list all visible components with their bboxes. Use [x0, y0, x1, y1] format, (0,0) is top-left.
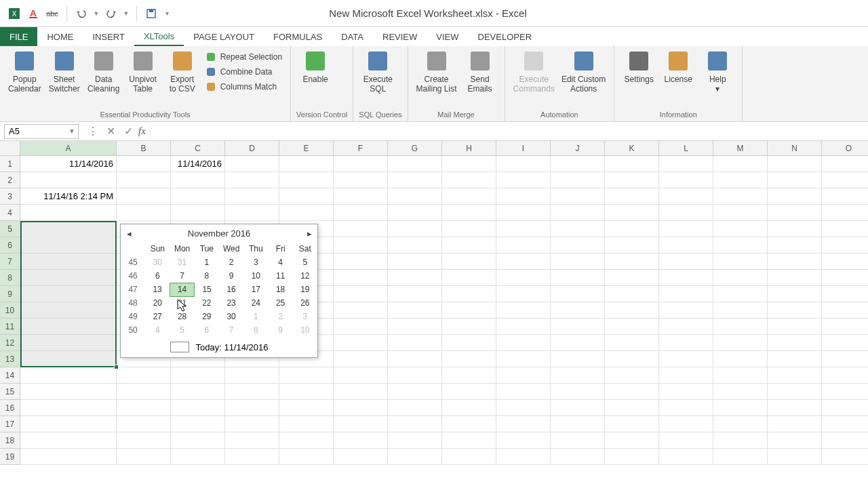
row-header[interactable]: 9 [0, 286, 20, 302]
cell[interactable] [551, 367, 605, 384]
cell[interactable] [605, 156, 659, 172]
calendar-day[interactable]: 6 [145, 269, 170, 283]
row-header[interactable]: 17 [0, 416, 20, 432]
calendar-day[interactable]: 7 [170, 269, 195, 283]
dots-icon[interactable]: ⋮ [85, 124, 100, 139]
calendar-day[interactable]: 5 [293, 256, 317, 269]
cell[interactable] [551, 335, 605, 351]
cell[interactable] [496, 237, 551, 253]
calendar-day[interactable]: 4 [269, 256, 293, 269]
tab-home[interactable]: HOME [37, 27, 83, 46]
cell[interactable]: 11/14/16 2:14 PM [20, 188, 117, 205]
cell[interactable] [496, 335, 551, 351]
calendar-day[interactable]: 1 [195, 256, 219, 269]
cell[interactable] [659, 449, 713, 465]
cell[interactable] [225, 449, 279, 465]
cell[interactable]: 11/14/2016 [20, 156, 117, 172]
cell[interactable] [768, 270, 822, 286]
cell[interactable] [822, 286, 868, 302]
cell[interactable] [822, 367, 868, 384]
select-all-corner[interactable] [0, 141, 20, 156]
cell[interactable] [659, 400, 713, 416]
cell[interactable] [713, 221, 768, 237]
cell[interactable] [822, 319, 868, 335]
cell[interactable] [388, 335, 442, 351]
cell[interactable] [768, 351, 822, 367]
cell[interactable] [605, 286, 659, 302]
calendar-day[interactable]: 29 [195, 310, 219, 323]
cell[interactable] [605, 270, 659, 286]
cell[interactable] [334, 270, 388, 286]
cell[interactable] [388, 400, 442, 416]
cell[interactable] [334, 172, 388, 188]
cell[interactable] [20, 270, 117, 286]
cell[interactable] [496, 188, 551, 205]
row-header[interactable]: 8 [0, 270, 20, 286]
cell[interactable] [20, 205, 117, 221]
cell[interactable] [20, 384, 117, 400]
cell[interactable] [551, 205, 605, 221]
cell[interactable] [605, 302, 659, 319]
column-header[interactable]: B [117, 141, 171, 156]
cell[interactable] [768, 335, 822, 351]
cell[interactable] [822, 172, 868, 188]
cell[interactable] [496, 286, 551, 302]
cell[interactable] [334, 253, 388, 270]
cell[interactable] [496, 270, 551, 286]
calendar-day[interactable]: 22 [195, 296, 219, 310]
cell[interactable] [713, 253, 768, 270]
create-mailing-list-button[interactable]: CreateMailing List [414, 49, 460, 96]
cell[interactable] [388, 156, 442, 172]
cell[interactable] [334, 205, 388, 221]
cell[interactable] [768, 253, 822, 270]
cell[interactable] [768, 400, 822, 416]
cell[interactable] [659, 351, 713, 367]
cell[interactable] [442, 221, 496, 237]
cell[interactable] [605, 172, 659, 188]
cell[interactable] [822, 351, 868, 367]
column-header[interactable]: C [171, 141, 225, 156]
cell[interactable] [551, 172, 605, 188]
calendar-day[interactable]: 31 [170, 256, 195, 269]
cell[interactable] [117, 156, 171, 172]
cell[interactable] [388, 416, 442, 432]
chevron-down-icon[interactable]: ▼ [123, 6, 130, 21]
calendar-day[interactable]: 7 [219, 323, 243, 337]
cell[interactable] [20, 172, 117, 188]
cell[interactable] [117, 416, 171, 432]
cell[interactable] [605, 319, 659, 335]
cell[interactable] [768, 367, 822, 384]
cell[interactable] [551, 319, 605, 335]
cell[interactable] [171, 384, 225, 400]
cell[interactable] [388, 351, 442, 367]
cell[interactable] [713, 172, 768, 188]
cell[interactable] [334, 384, 388, 400]
cell[interactable] [442, 416, 496, 432]
cell[interactable] [442, 172, 496, 188]
cell[interactable] [279, 432, 334, 449]
cell[interactable] [388, 237, 442, 253]
column-header[interactable]: F [334, 141, 388, 156]
cell[interactable] [822, 270, 868, 286]
license-button[interactable]: License [659, 49, 697, 85]
cell[interactable] [334, 156, 388, 172]
calendar-day[interactable]: 21 [170, 296, 195, 310]
calendar-day[interactable]: 3 [243, 256, 268, 269]
calendar-day[interactable]: 10 [243, 269, 268, 283]
cell[interactable] [822, 416, 868, 432]
cell[interactable] [768, 156, 822, 172]
cell[interactable] [822, 253, 868, 270]
tab-formulas[interactable]: FORMULAS [264, 27, 332, 46]
cell[interactable] [496, 319, 551, 335]
cell[interactable] [551, 432, 605, 449]
cell[interactable] [442, 351, 496, 367]
combine-data-button[interactable]: Combine Data [203, 65, 285, 79]
undo-icon[interactable] [74, 6, 89, 21]
cell[interactable] [117, 205, 171, 221]
cell[interactable] [659, 432, 713, 449]
cell[interactable] [659, 416, 713, 432]
cell[interactable] [279, 400, 334, 416]
column-header[interactable]: A [20, 141, 117, 156]
cell[interactable] [605, 416, 659, 432]
chevron-down-icon[interactable]: ▼ [93, 6, 100, 21]
